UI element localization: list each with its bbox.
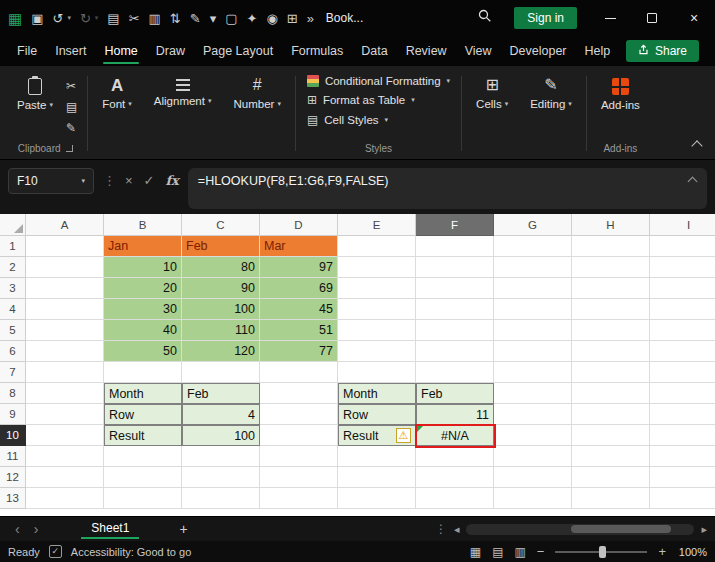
camera-icon[interactable]: ◉: [266, 12, 277, 25]
cell-B3[interactable]: 20: [104, 278, 182, 299]
cell-G13[interactable]: [494, 488, 572, 509]
zoom-slider-thumb[interactable]: [599, 546, 606, 558]
cut-icon[interactable]: ✂: [129, 12, 140, 25]
cell-D10[interactable]: [260, 425, 338, 446]
cell-I1[interactable]: [650, 236, 715, 257]
cell-H9[interactable]: [572, 404, 650, 425]
tabbar-dots-icon[interactable]: ⋮: [435, 522, 447, 536]
format-painter-icon[interactable]: ✎: [66, 121, 77, 135]
row-header-11[interactable]: 11: [0, 446, 26, 467]
cell-B11[interactable]: [104, 446, 182, 467]
cell-G11[interactable]: [494, 446, 572, 467]
cell-B6[interactable]: 50: [104, 341, 182, 362]
cell-E13[interactable]: [338, 488, 416, 509]
cell-E10[interactable]: Result⚠: [338, 425, 416, 446]
cell-E2[interactable]: [338, 257, 416, 278]
page-break-view-button[interactable]: ▥: [514, 545, 525, 559]
cell-I11[interactable]: [650, 446, 715, 467]
cell-A9[interactable]: [26, 404, 104, 425]
row-header-4[interactable]: 4: [0, 299, 26, 320]
cell-D4[interactable]: 45: [260, 299, 338, 320]
cell-B8[interactable]: Month: [104, 383, 182, 404]
menu-data[interactable]: Data: [352, 38, 396, 64]
cell-D6[interactable]: 77: [260, 341, 338, 362]
cell-F12[interactable]: [416, 467, 494, 488]
collapse-ribbon-icon[interactable]: [691, 140, 702, 151]
cell-H11[interactable]: [572, 446, 650, 467]
cell-I10[interactable]: [650, 425, 715, 446]
cell-B5[interactable]: 40: [104, 320, 182, 341]
horizontal-scrollbar-thumb[interactable]: [571, 525, 671, 533]
cell-C3[interactable]: 90: [182, 278, 260, 299]
cell-G8[interactable]: [494, 383, 572, 404]
cell-C11[interactable]: [182, 446, 260, 467]
insert-function-button[interactable]: fx: [166, 173, 179, 188]
menu-draw[interactable]: Draw: [147, 38, 194, 64]
cell-C9[interactable]: 4: [182, 404, 260, 425]
cell-H3[interactable]: [572, 278, 650, 299]
sign-in-button[interactable]: Sign in: [514, 7, 577, 29]
cell-A10[interactable]: [26, 425, 104, 446]
cell-G1[interactable]: [494, 236, 572, 257]
cell-H2[interactable]: [572, 257, 650, 278]
cell-C13[interactable]: [182, 488, 260, 509]
cell-A8[interactable]: [26, 383, 104, 404]
cell-E1[interactable]: [338, 236, 416, 257]
zoom-in-button[interactable]: +: [658, 544, 666, 559]
clipboard-dialog-launcher-icon[interactable]: [66, 145, 73, 152]
cell-A12[interactable]: [26, 467, 104, 488]
column-header-G[interactable]: G: [494, 214, 572, 236]
cell-styles-button[interactable]: ▤ Cell Styles ▾: [303, 110, 392, 130]
copy-icon[interactable]: ▤: [66, 100, 77, 114]
cell-G7[interactable]: [494, 362, 572, 383]
scroll-right-button[interactable]: ▸: [701, 523, 707, 536]
cell-E3[interactable]: [338, 278, 416, 299]
row-header-12[interactable]: 12: [0, 467, 26, 488]
cell-B10[interactable]: Result: [104, 425, 182, 446]
cell-F10[interactable]: #N/A: [416, 425, 494, 446]
cell-E11[interactable]: [338, 446, 416, 467]
minimize-button[interactable]: [589, 0, 631, 36]
cell-H10[interactable]: [572, 425, 650, 446]
redo-icon[interactable]: ↻: [80, 12, 91, 25]
cell-D13[interactable]: [260, 488, 338, 509]
font-button[interactable]: A Font ▾: [95, 70, 139, 110]
column-header-B[interactable]: B: [104, 214, 182, 236]
cell-C4[interactable]: 100: [182, 299, 260, 320]
row-header-5[interactable]: 5: [0, 320, 26, 341]
column-header-A[interactable]: A: [26, 214, 104, 236]
cell-I4[interactable]: [650, 299, 715, 320]
overflow-icon[interactable]: »: [307, 12, 314, 25]
column-header-H[interactable]: H: [572, 214, 650, 236]
cell-I12[interactable]: [650, 467, 715, 488]
cell-I8[interactable]: [650, 383, 715, 404]
cell-A1[interactable]: [26, 236, 104, 257]
column-header-F[interactable]: F: [416, 214, 494, 236]
cell-E7[interactable]: [338, 362, 416, 383]
cell-A4[interactable]: [26, 299, 104, 320]
number-button[interactable]: # Number ▾: [226, 70, 287, 110]
enter-button[interactable]: ✓: [144, 173, 155, 188]
cell-A7[interactable]: [26, 362, 104, 383]
cell-I3[interactable]: [650, 278, 715, 299]
zoom-level[interactable]: 100%: [677, 546, 707, 558]
new-file-icon[interactable]: ▢: [225, 12, 237, 25]
undo-icon[interactable]: ↺: [52, 12, 63, 25]
cell-F3[interactable]: [416, 278, 494, 299]
sort-icon[interactable]: ⇅: [170, 12, 181, 25]
cell-H4[interactable]: [572, 299, 650, 320]
cell-B4[interactable]: 30: [104, 299, 182, 320]
cell-C7[interactable]: [182, 362, 260, 383]
cell-H1[interactable]: [572, 236, 650, 257]
cell-C10[interactable]: 100: [182, 425, 260, 446]
formula-input[interactable]: =HLOOKUP(F8,E1:G6,F9,FALSE): [188, 168, 707, 209]
cell-D9[interactable]: [260, 404, 338, 425]
cell-B9[interactable]: Row: [104, 404, 182, 425]
cell-D1[interactable]: Mar: [260, 236, 338, 257]
cell-F4[interactable]: [416, 299, 494, 320]
cell-D5[interactable]: 51: [260, 320, 338, 341]
cell-H13[interactable]: [572, 488, 650, 509]
pin-icon[interactable]: ✦: [246, 12, 257, 25]
cell-B7[interactable]: [104, 362, 182, 383]
cell-D12[interactable]: [260, 467, 338, 488]
